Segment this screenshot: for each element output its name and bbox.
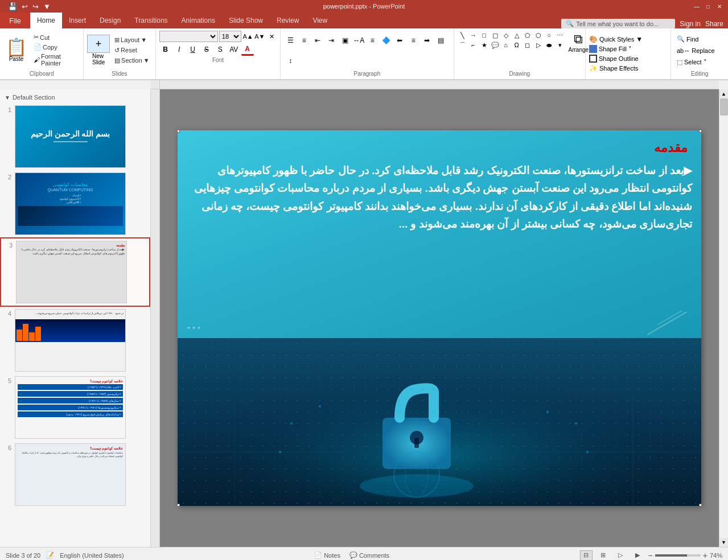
more-shapes[interactable]: ⋯ — [555, 31, 565, 40]
section-collapse-icon[interactable]: ▼ — [5, 94, 10, 101]
blockquote-shape[interactable]: ⌂ — [501, 40, 511, 50]
bold-button[interactable]: B — [159, 43, 172, 56]
smartart-button[interactable]: 🔷 — [380, 34, 392, 47]
hexagon-shape[interactable]: ⬡ — [533, 31, 544, 40]
char-spacing-button[interactable]: AV — [228, 43, 240, 56]
handle-tl[interactable] — [178, 130, 180, 133]
ribbon-shape[interactable]: ⬬ — [544, 40, 554, 50]
columns-button[interactable]: ▣ — [339, 34, 351, 47]
reading-view-button[interactable]: ▷ — [614, 550, 627, 561]
align-left-button[interactable]: ⬅ — [393, 34, 406, 47]
justify-button[interactable]: ▤ — [434, 34, 447, 47]
equation-shape[interactable]: Ω — [512, 40, 522, 50]
shape-outline-button[interactable]: Shape Outline — [589, 55, 667, 63]
bullets-button[interactable]: ☰ — [284, 34, 297, 47]
slide-item[interactable]: 5 خلاصه کوانتوم چیست؟ • لامپ خلاء (۱۹۳۹ … — [0, 374, 150, 441]
increase-font-button[interactable]: A▲ — [242, 31, 253, 42]
slide-item[interactable]: 2 محاسبات کوانتومیQUANTUM COMPUTING ▪ اس… — [0, 170, 150, 237]
numbering-button[interactable]: ≡ — [298, 34, 310, 47]
slide-item[interactable]: 1 بسم الله الرحمن الرحیم — [0, 103, 150, 170]
align-right-button[interactable]: ➡ — [421, 34, 433, 47]
signin-button[interactable]: Sign in — [680, 20, 701, 28]
flowchart-shape[interactable]: ◻ — [523, 40, 533, 50]
tab-review[interactable]: Review — [270, 13, 306, 28]
strikethrough-button[interactable]: S — [200, 43, 213, 56]
zoom-in-button[interactable]: + — [703, 551, 708, 560]
shadow-button[interactable]: S — [214, 43, 227, 56]
share-button[interactable]: Share — [705, 20, 723, 28]
italic-button[interactable]: I — [173, 43, 186, 56]
tab-transitions[interactable]: Transitions — [127, 13, 174, 28]
tab-design[interactable]: Design — [93, 13, 127, 28]
increase-indent-button[interactable]: ⇥ — [325, 34, 338, 47]
section-button[interactable]: ▤ Section ▼ — [112, 56, 152, 65]
round-rect-shape[interactable]: ▢ — [490, 31, 500, 40]
paste-button[interactable]: 📋 Paste — [3, 38, 29, 63]
text-direction-button[interactable]: ↔A — [352, 34, 365, 47]
scroll-up-button[interactable]: ▲ — [719, 89, 729, 98]
diamond-shape[interactable]: ◇ — [501, 31, 511, 40]
line-spacing-button[interactable]: ↕ — [284, 55, 297, 67]
handle-tr[interactable] — [699, 130, 701, 133]
slide-item[interactable]: 4 در حدود ۱۹۸۰ این دریافتی از ترکیبات ذر… — [0, 307, 150, 374]
rect-shape[interactable]: □ — [479, 31, 490, 40]
zoom-out-button[interactable]: − — [648, 551, 653, 560]
scroll-down-button[interactable]: ▼ — [719, 538, 729, 547]
shape-effects-button[interactable]: ✨ Shape Effects — [589, 64, 667, 72]
replace-button[interactable]: ab↔ Replace — [674, 46, 725, 55]
save-button[interactable]: 💾 — [7, 2, 18, 11]
callout-shape[interactable]: 💬 — [490, 40, 500, 50]
expand-shapes[interactable]: ▾ — [555, 40, 565, 50]
scrollbar-thumb[interactable] — [720, 98, 728, 116]
action-shape[interactable]: ▷ — [533, 40, 544, 50]
main-slide[interactable]: مقدمه ▶بعد از ساخت ترانزیستورها، صنعت ال… — [178, 130, 701, 506]
slideshow-view-button[interactable]: ▶ — [631, 550, 644, 561]
shape-fill-button[interactable]: Shape Fill ˅ — [589, 45, 667, 53]
layout-button[interactable]: ⊞ Layout ▼ — [112, 36, 152, 44]
reset-button[interactable]: ↺ Reset — [112, 46, 152, 55]
tab-insert[interactable]: Insert — [62, 13, 93, 28]
select-button[interactable]: ⬚ Select ˅ — [674, 57, 725, 67]
handle-bl[interactable] — [178, 504, 180, 506]
undo-button[interactable]: ↩ — [20, 2, 29, 11]
font-size-select[interactable]: 18 — [219, 31, 241, 42]
arrow-shape[interactable]: → — [468, 31, 479, 40]
copy-button[interactable]: 📄 Copy — [31, 43, 80, 51]
search-input[interactable]: 🔍 Tell me what you want to do... — [561, 19, 675, 28]
star-shape[interactable]: ★ — [479, 40, 490, 50]
zoom-slider[interactable] — [655, 554, 701, 557]
slide-item-active[interactable]: 3 مقدمه ▶بعد از ساخت ترانزیستورها، صنعت … — [0, 237, 150, 307]
decrease-indent-button[interactable]: ⇤ — [311, 34, 324, 47]
align-center-button[interactable]: ≡ — [407, 34, 419, 47]
quick-styles-button[interactable]: 🎨 Quick Styles ▼ — [589, 35, 667, 43]
find-button[interactable]: 🔍 Find — [674, 34, 725, 44]
normal-view-button[interactable]: ⊟ — [580, 550, 593, 561]
tab-view[interactable]: View — [306, 13, 334, 28]
slide-sorter-button[interactable]: ⊞ — [597, 550, 610, 561]
pentagon-shape[interactable]: ⬠ — [523, 31, 533, 40]
bracket-shape[interactable]: ⌐ — [468, 40, 479, 50]
align-text-button[interactable]: ≡ — [366, 34, 379, 47]
decrease-font-button[interactable]: A▼ — [254, 31, 265, 42]
redo-button[interactable]: ↪ — [31, 2, 40, 11]
customize-qat-button[interactable]: ▼ — [42, 2, 52, 11]
circle-shape[interactable]: ○ — [544, 31, 554, 40]
new-slide-button[interactable]: + NewSlide — [87, 35, 110, 65]
font-color-button[interactable]: A — [241, 43, 254, 56]
format-painter-button[interactable]: 🖌 Format Painter — [31, 52, 80, 67]
tab-slideshow[interactable]: Slide Show — [222, 13, 270, 28]
cut-button[interactable]: ✂ Cut — [31, 33, 80, 42]
slide-item[interactable]: 6 خلاصه کوانتوم چیست؟ محاسبات کوانتوم، ی… — [0, 441, 150, 508]
minimize-button[interactable]: — — [693, 2, 701, 10]
handle-br[interactable] — [699, 504, 701, 506]
underline-button[interactable]: U — [187, 43, 199, 56]
tab-file[interactable]: File — [0, 13, 30, 28]
line-shape[interactable]: ╲ — [458, 31, 468, 40]
clear-format-button[interactable]: ✕ — [266, 31, 277, 42]
curve-shape[interactable]: ⌒ — [458, 40, 468, 50]
tab-home[interactable]: Home — [30, 13, 62, 28]
maximize-button[interactable]: □ — [704, 2, 712, 10]
triangle-shape[interactable]: △ — [512, 31, 522, 40]
close-button[interactable]: ✕ — [715, 2, 723, 10]
tab-animations[interactable]: Animations — [175, 13, 222, 28]
